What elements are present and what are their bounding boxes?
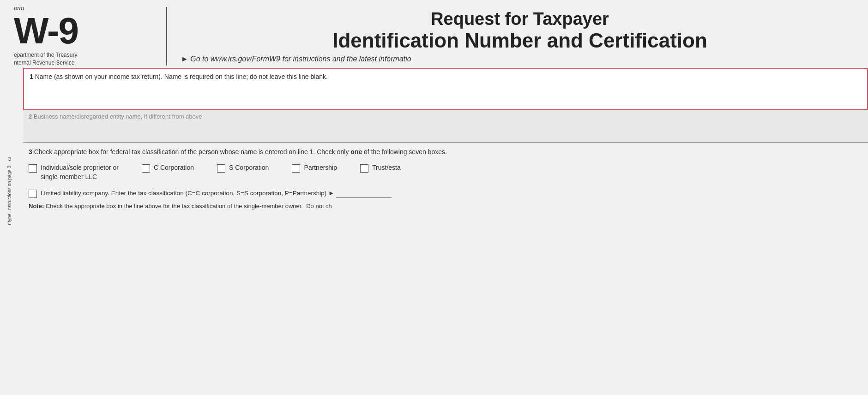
field-2-number: 2 (29, 113, 32, 120)
c-corp-label: C Corporation (154, 163, 194, 173)
field-1-text: Name (as shown on your income tax return… (35, 73, 328, 80)
field-1-label: 1 Name (as shown on your income tax retu… (30, 73, 862, 80)
dept-line1: epartment of the Treasury (14, 52, 77, 58)
field-2-text: Business name/disregarded entity name, i… (34, 113, 202, 120)
checkbox-partnership: Partnership (292, 163, 337, 173)
header-right: Request for Taxpayer Identification Numb… (176, 5, 868, 68)
llc-checkbox[interactable] (29, 190, 37, 198)
form-number: W-9 (14, 12, 78, 49)
sidebar-rotated: ω nstructions on page 3 r type. (0, 157, 18, 388)
irs-link: ► Go to www.irs.gov/FormW9 for instructi… (181, 55, 859, 63)
form-header: orm W-9 epartment of the Treasury nterna… (0, 0, 868, 68)
partnership-checkbox[interactable] (292, 164, 300, 173)
field-2-label: 2 Business name/disregarded entity name,… (29, 113, 862, 120)
form-title-line1: Request for Taxpayer (181, 9, 859, 29)
note-text: Note: Check the appropriate box in the l… (29, 202, 862, 211)
sidebar-text-1: ω (6, 157, 12, 161)
sidebar-text-2: nstructions on page 3 (6, 166, 12, 210)
field-3-number: 3 (29, 148, 32, 156)
s-corp-label: S Corporation (229, 163, 269, 173)
checkbox-individual: Individual/sole proprietor orsingle-memb… (29, 163, 119, 181)
form-content: 1 Name (as shown on your income tax retu… (23, 68, 868, 215)
field-1-container: 1 Name (as shown on your income tax retu… (23, 68, 868, 110)
individual-label: Individual/sole proprietor orsingle-memb… (41, 163, 119, 181)
header-left: orm W-9 epartment of the Treasury nterna… (0, 5, 157, 68)
dept-line2: nternal Revenue Service (14, 60, 74, 66)
sidebar-text-3: r type. (6, 212, 12, 225)
trust-checkbox[interactable] (360, 164, 368, 173)
field-1-number: 1 (30, 73, 33, 80)
form-title-line2: Identification Number and Certification (181, 29, 859, 52)
dept-info: epartment of the Treasury nternal Revenu… (14, 51, 77, 67)
llc-row: Limited liability company. Enter the tax… (29, 189, 862, 198)
checkbox-trust: Trust/esta (360, 163, 401, 173)
checkbox-s-corp: S Corporation (217, 163, 269, 173)
partnership-label: Partnership (304, 163, 337, 173)
trust-label: Trust/esta (372, 163, 401, 173)
s-corp-checkbox[interactable] (217, 164, 225, 173)
c-corp-checkbox[interactable] (142, 164, 150, 173)
w9-form-page: orm W-9 epartment of the Treasury nterna… (0, 0, 868, 395)
individual-checkbox[interactable] (29, 164, 37, 173)
field-3-header: 3 Check appropriate box for federal tax … (29, 147, 862, 157)
checkboxes-row: Individual/sole proprietor orsingle-memb… (29, 163, 862, 181)
header-divider (166, 7, 167, 66)
field-3-container: 3 Check appropriate box for federal tax … (23, 142, 868, 215)
field-3-text: Check appropriate box for federal tax cl… (34, 148, 447, 156)
field-2-container: 2 Business name/disregarded entity name,… (23, 110, 868, 142)
llc-text: Limited liability company. Enter the tax… (41, 189, 392, 198)
field-1-input[interactable] (30, 90, 862, 97)
checkbox-c-corp: C Corporation (142, 163, 194, 173)
